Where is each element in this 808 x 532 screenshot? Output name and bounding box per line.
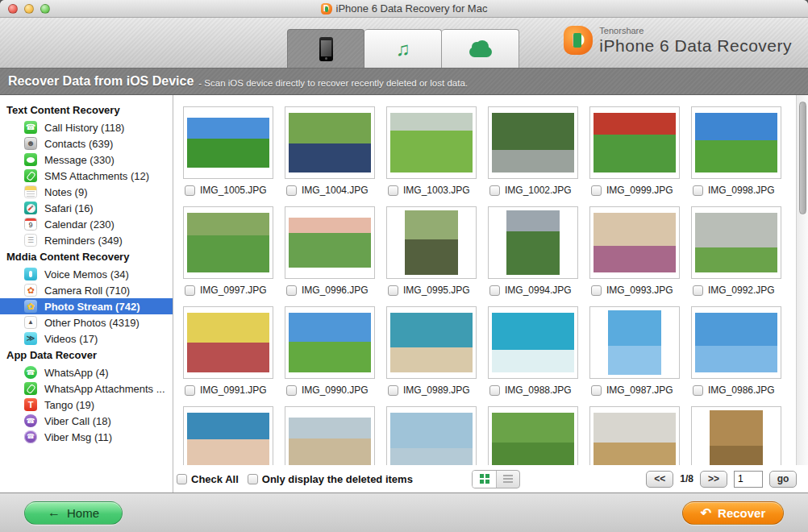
recover-button[interactable]: ↶ Recover — [682, 501, 784, 525]
scrollbar-thumb[interactable] — [799, 102, 806, 214]
photo-thumbnail[interactable] — [285, 206, 375, 279]
photo-thumbnail[interactable] — [386, 206, 477, 279]
photo-image — [695, 213, 777, 272]
minimize-window-button[interactable] — [24, 4, 34, 14]
sidebar-item-tango-19[interactable]: Tango (19) — [0, 397, 173, 413]
tab-recover-from-itunes[interactable]: ♫ — [364, 29, 442, 68]
photo-checkbox[interactable] — [591, 385, 602, 396]
photo-thumbnail[interactable] — [488, 106, 578, 179]
photo-label-row: IMG_1002.JPG — [488, 185, 580, 196]
sidebar-item-message-330[interactable]: Message (330) — [0, 152, 173, 168]
sidebar-item-viber-msg-11[interactable]: Viber Msg (11) — [0, 429, 173, 445]
photo-filename: IMG_0986.JPG — [708, 384, 775, 396]
photo-label-row: IMG_0995.JPG — [386, 285, 478, 296]
photo-thumbnail[interactable] — [386, 306, 477, 379]
photo-thumbnail[interactable] — [285, 406, 375, 465]
tab-recover-from-icloud[interactable] — [442, 29, 519, 68]
photo-thumbnail[interactable] — [589, 106, 680, 179]
photo-label-row: IMG_0996.JPG — [285, 285, 377, 296]
zoom-window-button[interactable] — [40, 4, 50, 14]
tab-recover-from-device[interactable] — [287, 29, 364, 68]
photo-thumbnail[interactable] — [589, 406, 680, 465]
photo-thumbnail[interactable] — [488, 406, 578, 465]
photo-checkbox[interactable] — [286, 385, 297, 396]
photo-label-row: IMG_0993.JPG — [589, 285, 681, 296]
photo-checkbox[interactable] — [693, 185, 703, 196]
photo-thumbnail[interactable] — [691, 206, 781, 279]
photo-thumbnail[interactable] — [488, 206, 578, 279]
photo-checkbox[interactable] — [591, 285, 602, 296]
grid-view-button[interactable] — [473, 471, 496, 488]
photo-checkbox[interactable] — [388, 185, 398, 196]
photo-checkbox[interactable] — [185, 185, 195, 196]
vertical-scrollbar[interactable] — [796, 95, 808, 465]
whatsapp-attachments-icon — [24, 382, 37, 395]
close-window-button[interactable] — [8, 4, 18, 14]
photo-filename: IMG_0991.JPG — [200, 384, 267, 396]
photo-thumbnail[interactable] — [285, 306, 375, 379]
sidebar-item-other-photos-4319[interactable]: Other Photos (4319) — [0, 314, 173, 330]
photo-image — [390, 113, 473, 172]
check-all-checkbox[interactable] — [177, 474, 187, 484]
sidebar-item-contacts-639[interactable]: Contacts (639) — [0, 135, 173, 152]
photo-checkbox[interactable] — [185, 285, 195, 296]
photo-thumbnail[interactable] — [589, 306, 680, 379]
photo-checkbox[interactable] — [489, 385, 500, 396]
go-button[interactable]: go — [769, 471, 797, 488]
sidebar-item-label: Voice Memos (34) — [44, 268, 129, 281]
photo-checkbox[interactable] — [489, 185, 500, 196]
safari-icon — [24, 202, 37, 214]
photo-thumbnail[interactable] — [691, 406, 781, 465]
home-button[interactable]: ← Home — [24, 501, 123, 525]
sidebar-item-label: Photo Stream (742) — [44, 301, 140, 313]
photo-image — [608, 310, 661, 375]
sidebar-item-videos-17[interactable]: Videos (17) — [0, 330, 173, 347]
photo-checkbox[interactable] — [591, 185, 602, 196]
photo-checkbox[interactable] — [388, 285, 398, 296]
photo-checkbox[interactable] — [185, 385, 195, 396]
photo-label-row: IMG_0992.JPG — [691, 285, 783, 296]
next-page-button[interactable]: >> — [700, 471, 727, 488]
photo-thumbnail[interactable] — [183, 206, 273, 279]
photo-checkbox[interactable] — [286, 185, 297, 196]
photo-checkbox[interactable] — [693, 285, 703, 296]
only-deleted-checkbox[interactable] — [248, 474, 258, 484]
photo-checkbox[interactable] — [693, 385, 703, 396]
photo-thumbnail[interactable] — [691, 106, 781, 179]
photo-label-row: IMG_0999.JPG — [589, 185, 681, 196]
photo-thumbnail[interactable] — [488, 306, 578, 379]
sidebar-item-whatsapp-4[interactable]: WhatsApp (4) — [0, 364, 173, 380]
home-button-label: Home — [67, 506, 99, 520]
sidebar-item-safari-16[interactable]: Safari (16) — [0, 200, 173, 216]
list-view-button[interactable] — [496, 471, 519, 488]
photo-thumbnail[interactable] — [386, 406, 477, 465]
photo-thumbnail[interactable] — [386, 106, 477, 179]
photo-checkbox[interactable] — [388, 385, 398, 396]
photo-thumbnail[interactable] — [285, 106, 375, 179]
sidebar-item-sms-attachments-12[interactable]: SMS Attachments (12) — [0, 168, 173, 184]
photo-thumbnail[interactable] — [589, 206, 680, 279]
sidebar-item-whatsapp-attachments[interactable]: WhatsApp Attachments ... — [0, 380, 173, 397]
sidebar-item-camera-roll-710[interactable]: Camera Roll (710) — [0, 282, 173, 298]
photo-checkbox[interactable] — [286, 285, 297, 296]
message-icon — [24, 153, 37, 166]
prev-page-button[interactable]: << — [646, 471, 673, 488]
page-number-input[interactable] — [734, 471, 763, 488]
photo-checkbox[interactable] — [489, 285, 500, 296]
photo-thumbnail[interactable] — [691, 306, 781, 379]
photo-thumbnail[interactable] — [183, 106, 273, 179]
sidebar-item-reminders-349[interactable]: Reminders (349) — [0, 232, 173, 248]
photo-cell — [183, 406, 275, 465]
photo-thumbnail[interactable] — [183, 306, 273, 379]
sidebar-item-voice-memos-34[interactable]: Voice Memos (34) — [0, 266, 173, 282]
photo-cell: IMG_0990.JPG — [285, 306, 377, 396]
sidebar-item-calendar-230[interactable]: Calendar (230) — [0, 216, 173, 232]
cloud-icon — [469, 47, 492, 57]
sidebar-item-notes-9[interactable]: Notes (9) — [0, 184, 173, 200]
photo-thumbnail[interactable] — [183, 406, 273, 465]
photo-cell: IMG_0991.JPG — [183, 306, 275, 396]
sidebar-item-call-history-118[interactable]: Call History (118) — [0, 119, 173, 135]
photo-image — [492, 313, 574, 372]
sidebar-item-viber-call-18[interactable]: Viber Call (18) — [0, 413, 173, 429]
sidebar-item-photo-stream-742[interactable]: Photo Stream (742) — [0, 298, 173, 314]
